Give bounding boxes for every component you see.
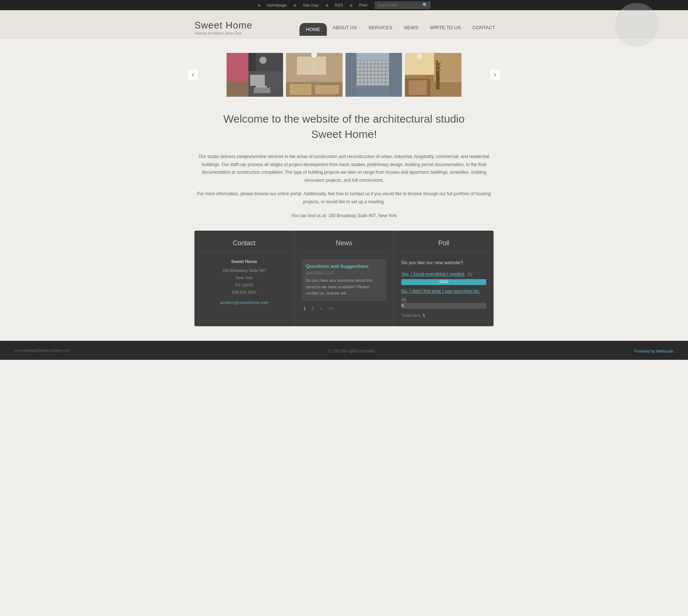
nav-write[interactable]: WRITE TO US [424, 18, 467, 38]
welcome-section: Welcome to the website of the architectu… [194, 111, 494, 220]
poll-bar-1-fill: 100% [401, 279, 486, 285]
site-tagline: Interior Architect John Doe [194, 31, 252, 35]
welcome-para3: You can find us at: 180 Broadway Suite 9… [194, 212, 494, 220]
footer-site-url: www.heritagechristiancollege.com [15, 349, 70, 353]
svg-rect-15 [297, 57, 326, 75]
poll-total-value: 1 [423, 313, 425, 317]
svg-rect-18 [290, 84, 312, 95]
news-page-last[interactable]: >> [326, 305, 335, 312]
nav-contact[interactable]: CONTACT [467, 18, 501, 38]
news-article-date: 26/07/2012 12:27 [306, 271, 382, 275]
top-bar: ◆ Homepage ◆ Site map ◆ RSS ◆ Print 🔍 [0, 0, 688, 10]
logo-area: Sweet Home Interior Architect John Doe [194, 20, 252, 35]
news-article: Questions and Suggestions 26/07/2012 12:… [302, 259, 387, 301]
svg-rect-38 [436, 60, 438, 89]
sep3: ◆ [349, 3, 352, 8]
poll-option-2: No, I didn't find what I was searching f… [401, 289, 486, 309]
carousel-next-button[interactable]: › [490, 70, 500, 80]
contact-address2: New York [202, 274, 287, 282]
contact-title: Contact [202, 239, 287, 252]
nav-services[interactable]: SERVICES [363, 18, 398, 38]
poll-option-1-label[interactable]: Yes, I found everything I needed. [401, 272, 465, 277]
poll-option-2-count: (0) [401, 297, 406, 302]
rss-link[interactable]: RSS [335, 3, 343, 7]
search-button[interactable]: 🔍 [422, 3, 428, 8]
poll-bar-1: 100% [401, 279, 486, 285]
sep1: ◆ [293, 3, 296, 8]
poll-option-2-label[interactable]: No, I didn't find what I was searching f… [401, 289, 480, 294]
nav-news[interactable]: NEWS [398, 18, 424, 38]
homepage-dot: ◆ [258, 3, 260, 8]
poll-question: Do you like our new website? [401, 259, 486, 266]
news-article-title[interactable]: Questions and Suggestions [306, 263, 382, 269]
news-page-next[interactable]: > [318, 305, 324, 312]
news-page-2[interactable]: 2 [310, 305, 316, 312]
site-name: Sweet Home [194, 20, 252, 31]
carousel-image-4[interactable] [405, 53, 461, 97]
powered-by-link[interactable]: Powered by Webnode [634, 349, 673, 353]
poll-option-1: Yes, I found everything I needed. (1) 10… [401, 272, 486, 285]
news-page-1[interactable]: 1 [302, 305, 308, 312]
footer: www.heritagechristiancollege.com © 2012 … [0, 341, 688, 360]
contact-info: 180 Broadway Suite 907 New York NY 10010… [202, 267, 287, 296]
svg-rect-31 [389, 53, 402, 97]
carousel-image-2[interactable] [286, 53, 343, 97]
svg-rect-30 [345, 53, 356, 97]
contact-address1: 180 Broadway Suite 907 [202, 267, 287, 274]
svg-rect-11 [254, 88, 270, 93]
news-title: News [302, 239, 387, 252]
main-content: ‹ [187, 38, 501, 341]
svg-rect-37 [409, 80, 427, 95]
welcome-para1: Our studio delivers comprehensive servic… [194, 153, 494, 184]
poll-title: Poll [401, 239, 486, 252]
top-bar-links: ◆ Homepage ◆ Site map ◆ RSS ◆ Print [258, 3, 367, 8]
nav-about[interactable]: ABOUT US [327, 18, 363, 38]
contact-phone: 218 532 3547 [202, 289, 287, 296]
svg-rect-40 [436, 62, 441, 63]
welcome-heading: Welcome to the website of the architectu… [194, 111, 494, 142]
poll-total: Total votes: 1 [401, 313, 486, 317]
svg-rect-3 [227, 53, 248, 82]
nav-home[interactable]: HOME [299, 23, 327, 36]
welcome-para2: For more information, please browse our … [194, 190, 494, 206]
svg-point-20 [307, 80, 321, 84]
poll-bar-2: 0% [401, 303, 486, 309]
carousel-image-3[interactable] [345, 53, 402, 97]
svg-rect-9 [250, 75, 265, 86]
carousel-prev-button[interactable]: ‹ [188, 70, 198, 80]
contact-email-wrap: architect@sweethome.com [202, 299, 287, 305]
contact-company-name: Sweet Home [202, 259, 287, 264]
footer-copyright: © 2012 All rights reserved. [328, 349, 375, 353]
contact-email-link[interactable]: architect@sweethome.com [220, 300, 268, 305]
sep2: ◆ [325, 3, 328, 8]
contact-column: Contact Sweet Home 180 Broadway Suite 90… [194, 231, 294, 326]
search-wrap: 🔍 [375, 1, 430, 9]
news-column: News Questions and Suggestions 26/07/201… [294, 231, 394, 326]
carousel [194, 53, 494, 97]
svg-point-43 [417, 54, 422, 59]
news-article-excerpt: Do you have any questions about the serv… [306, 277, 382, 297]
homepage-link[interactable]: Homepage [267, 3, 287, 7]
print-link[interactable]: Print [359, 3, 367, 7]
svg-point-12 [259, 57, 267, 64]
svg-rect-41 [436, 66, 441, 67]
header: Sweet Home Interior Architect John Doe H… [0, 10, 688, 38]
carousel-wrap: ‹ [194, 53, 494, 97]
search-input[interactable] [377, 3, 421, 7]
poll-column: Poll Do you like our new website? Yes, I… [394, 231, 494, 326]
sitemap-link[interactable]: Site map [303, 3, 318, 7]
svg-rect-19 [315, 85, 339, 94]
header-circle-decoration [615, 3, 659, 47]
footer-right: Powered by Webnode [634, 347, 673, 354]
news-pagination: 1 2 > >> [302, 305, 387, 312]
contact-address3: NY 10010 [202, 282, 287, 289]
svg-rect-42 [436, 69, 441, 70]
main-nav: HOME ABOUT US SERVICES NEWS WRITE TO US … [299, 18, 501, 38]
poll-option-1-count: (1) [467, 272, 472, 276]
header-inner: Sweet Home Interior Architect John Doe H… [187, 18, 501, 38]
bottom-grid: Contact Sweet Home 180 Broadway Suite 90… [194, 231, 494, 326]
carousel-image-1[interactable] [227, 53, 283, 97]
